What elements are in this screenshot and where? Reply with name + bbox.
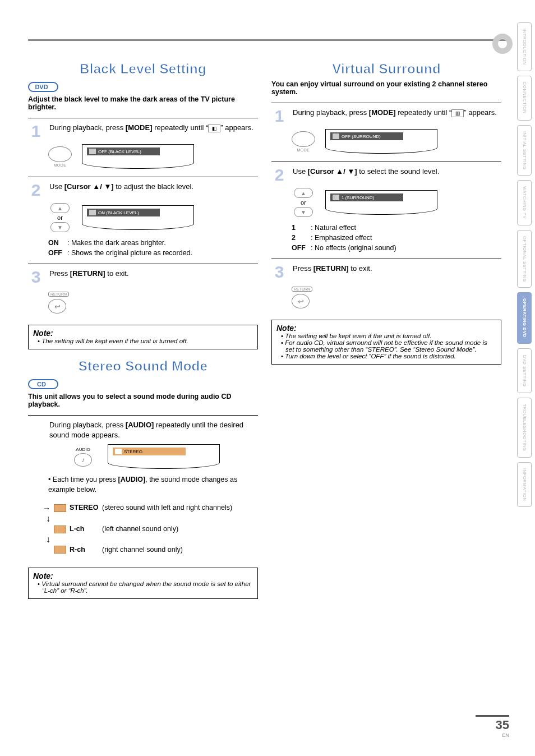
black-level-step2-text: Use [Cursor ▲/ ▼] to adjust the black le…	[49, 182, 258, 192]
stereo-mode-cycle: → STEREO(stereo sound with left and righ…	[43, 501, 258, 557]
step-number-2: 2	[28, 182, 44, 199]
cursor-buttons-illustration: ▲ or ▼	[292, 188, 315, 217]
step-number-3: 3	[271, 264, 287, 280]
note-stereo: Note: Virtual surround cannot be changed…	[28, 568, 258, 599]
heading-virtual-surround: Virtual Surround	[271, 61, 501, 77]
return-button-illustration: RETURN ↩	[292, 283, 313, 308]
intro-stereo: This unit allows you to select a sound m…	[28, 393, 258, 408]
left-column: Black Level Setting DVD Adjust the black…	[28, 58, 258, 599]
corner-ring-icon	[492, 34, 513, 54]
side-tab-strip: INTRODUCTION CONNECTION INITIAL SETTING …	[517, 22, 532, 507]
heading-black-level: Black Level Setting	[28, 61, 258, 77]
black-level-step1-text: During playback, press [MODE] repeatedly…	[49, 123, 258, 133]
side-tab-connection[interactable]: CONNECTION	[517, 76, 532, 121]
side-tab-operating-dvd[interactable]: OPERATING DVD	[517, 292, 532, 344]
side-tab-introduction[interactable]: INTRODUCTION	[517, 22, 532, 71]
sound-mode-icon	[54, 546, 66, 554]
badge-cd: CD	[28, 379, 58, 389]
intro-black-level: Adjust the black level to make the dark …	[28, 95, 258, 111]
audio-button-illustration: AUDIO ♪	[68, 447, 98, 467]
step-number-2: 2	[271, 167, 287, 183]
virtual-step1-text: During playback, press [MODE] repeatedly…	[293, 108, 501, 118]
virtual-step2-text: Use [Cursor ▲/ ▼] to select the sound le…	[293, 167, 501, 177]
stereo-bullet: • Each time you press [AUDIO], the sound…	[48, 474, 258, 495]
step-number-3: 3	[28, 269, 44, 285]
cursor-buttons-illustration: ▲ or ▼	[48, 203, 72, 232]
right-column: Virtual Surround You can enjoy virtual s…	[271, 58, 501, 599]
side-tab-optional-setting[interactable]: OPTIONAL SETTING	[517, 230, 532, 288]
note-black-level: Note: The setting will be kept even if t…	[28, 325, 258, 349]
side-tab-initial-setting[interactable]: INITIAL SETTING	[517, 125, 532, 176]
black-level-definitions: ON: Makes the dark areas brighter. OFF: …	[48, 238, 258, 258]
sound-mode-icon	[54, 525, 66, 533]
step-number-1: 1	[28, 123, 44, 140]
osd-surround-1: 1 (SURROUND)	[325, 190, 437, 215]
page-number: 35 EN	[476, 715, 509, 738]
return-button-illustration: RETURN ↩	[48, 288, 70, 314]
heading-stereo: Stereo Sound Mode	[28, 358, 258, 374]
osd-black-level-off: OFF (BLACK LEVEL)	[82, 144, 194, 169]
header-rule	[28, 39, 507, 41]
note-virtual: Note: The setting will be kept even if t…	[271, 320, 501, 365]
mode-button-illustration: MODE	[292, 131, 315, 152]
step-number-1: 1	[271, 108, 287, 125]
osd-surround-off: OFF (SURROUND)	[325, 129, 437, 154]
osd-black-level-on: ON (BLACK LEVEL)	[82, 205, 194, 230]
mode-button-illustration: MODE	[48, 146, 72, 167]
side-tab-watching-tv[interactable]: WATCHING TV	[517, 180, 532, 225]
intro-virtual: You can enjoy virtual surround on your e…	[271, 80, 501, 96]
osd-stereo: STEREO	[108, 444, 220, 469]
side-tab-troubleshooting[interactable]: TROUBLESHOOTING	[517, 398, 532, 457]
stereo-step-text: During playback, press [AUDIO] repeatedl…	[49, 420, 258, 440]
virtual-definitions: 1: Natural effect 2: Emphasized effect O…	[292, 223, 501, 253]
sound-mode-icon	[54, 504, 66, 512]
side-tab-information[interactable]: INFORMATION	[517, 462, 532, 508]
surround-icon: ▥	[451, 109, 464, 117]
badge-dvd: DVD	[28, 82, 58, 92]
black-level-icon: ◧	[208, 125, 220, 132]
black-level-step3-text: Press [RETURN] to exit.	[49, 269, 258, 279]
side-tab-dvd-setting[interactable]: DVD SETTING	[517, 348, 532, 393]
virtual-step3-text: Press [RETURN] to exit.	[293, 264, 501, 274]
